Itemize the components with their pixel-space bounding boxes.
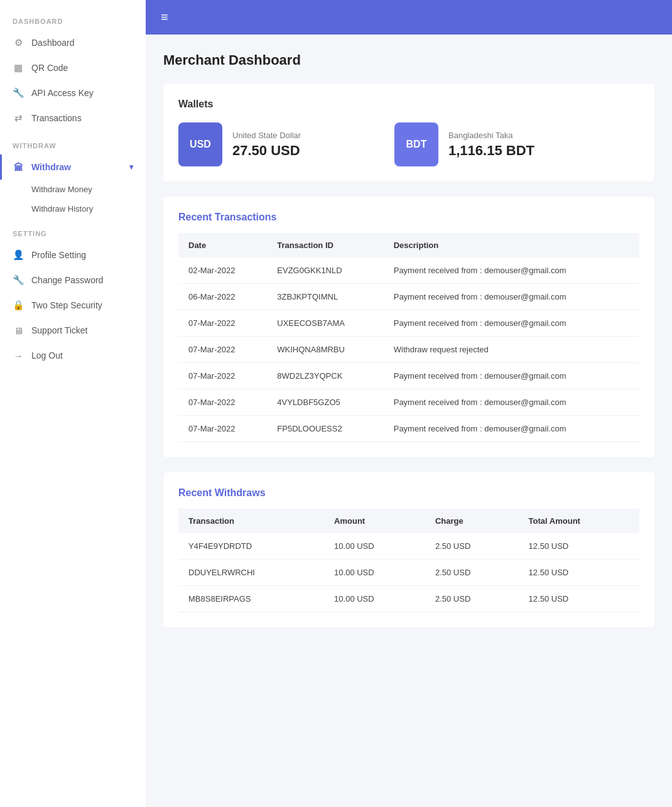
cell-transaction-id: 4VYLDBF5GZO5	[267, 389, 383, 416]
cell-amount: 10.00 USD	[324, 586, 425, 612]
table-row: 06-Mar-2022 3ZBJKPTQIMNL Payment receive…	[178, 284, 639, 310]
table-row: MB8S8EIRPAGS 10.00 USD 2.50 USD 12.50 US…	[178, 586, 639, 612]
table-row: 07-Mar-2022 8WD2LZ3YQPCK Payment receive…	[178, 363, 639, 389]
sidebar-item-withdraw-history[interactable]: Withdraw History	[0, 199, 146, 219]
cell-charge: 2.50 USD	[425, 560, 519, 586]
chevron-down-icon: ▾	[129, 163, 133, 171]
wallet-usd: USD United State Dollar 27.50 USD	[178, 122, 379, 166]
main-content: ≡ Merchant Dashboard Wallets USD United …	[146, 0, 672, 807]
profile-icon: 👤	[13, 249, 24, 261]
table-row: 07-Mar-2022 WKIHQNA8MRBU Withdraw reques…	[178, 337, 639, 363]
col-description: Description	[384, 233, 639, 257]
wallet-usd-label: United State Dollar	[232, 131, 301, 140]
table-row: 07-Mar-2022 UXEECOSB7AMA Payment receive…	[178, 310, 639, 337]
cell-transaction-id: FP5DLOOUESS2	[267, 416, 383, 442]
sidebar-item-support-ticket[interactable]: 🖥 Support Ticket	[0, 318, 146, 343]
wallet-bdt-amount: 1,116.15 BDT	[448, 143, 534, 159]
withdraws-table: Transaction Amount Charge Total Amount Y…	[178, 509, 639, 612]
cell-transaction-id: UXEECOSB7AMA	[267, 310, 383, 337]
logout-icon: →	[13, 350, 24, 361]
col-amount: Amount	[324, 509, 425, 533]
sidebar-item-label: Two Step Security	[31, 300, 102, 310]
cell-transaction-id: 8WD2LZ3YQPCK	[267, 363, 383, 389]
sidebar-item-profile-setting[interactable]: 👤 Profile Setting	[0, 242, 146, 268]
recent-withdraws-title: Recent Withdraws	[178, 487, 639, 499]
transactions-icon: ⇄	[13, 112, 24, 124]
cell-amount: 10.00 USD	[324, 533, 425, 560]
cell-description: Payment received from : demouser@gmail.c…	[384, 257, 639, 284]
recent-transactions-title: Recent Transactions	[178, 212, 639, 223]
wallets-row: USD United State Dollar 27.50 USD BDT Ba…	[178, 122, 639, 166]
table-row: DDUYELRWRCHI 10.00 USD 2.50 USD 12.50 US…	[178, 560, 639, 586]
api-key-icon: 🔧	[13, 87, 24, 99]
cell-date: 07-Mar-2022	[178, 389, 267, 416]
cell-transaction: MB8S8EIRPAGS	[178, 586, 324, 612]
sidebar: DASHBOARD ⚙ Dashboard ▦ QR Code 🔧 API Ac…	[0, 0, 146, 807]
support-icon: 🖥	[13, 325, 24, 336]
col-charge: Charge	[425, 509, 519, 533]
sidebar-item-label: Profile Setting	[31, 250, 86, 260]
sidebar-item-withdraw[interactable]: 🏛 Withdraw ▾	[0, 154, 146, 180]
cell-description: Payment received from : demouser@gmail.c…	[384, 310, 639, 337]
wallets-section: Wallets USD United State Dollar 27.50 US…	[163, 84, 654, 181]
sidebar-item-change-password[interactable]: 🔧 Change Password	[0, 268, 146, 293]
sidebar-item-qrcode[interactable]: ▦ QR Code	[0, 55, 146, 80]
table-row: 02-Mar-2022 EVZG0GKK1NLD Payment receive…	[178, 257, 639, 284]
col-total-amount: Total Amount	[519, 509, 639, 533]
transactions-table-header: Date Transaction ID Description	[178, 233, 639, 257]
sidebar-section-setting: SETTING	[0, 219, 146, 242]
cell-date: 07-Mar-2022	[178, 363, 267, 389]
wallet-usd-info: United State Dollar 27.50 USD	[232, 131, 301, 159]
hamburger-menu[interactable]: ≡	[161, 10, 168, 24]
sidebar-item-logout[interactable]: → Log Out	[0, 343, 146, 368]
sidebar-item-dashboard[interactable]: ⚙ Dashboard	[0, 30, 146, 55]
withdraws-table-header: Transaction Amount Charge Total Amount	[178, 509, 639, 533]
table-row: 07-Mar-2022 4VYLDBF5GZO5 Payment receive…	[178, 389, 639, 416]
sidebar-item-label: Transactions	[31, 113, 82, 123]
cell-description: Payment received from : demouser@gmail.c…	[384, 416, 639, 442]
sidebar-section-dashboard: DASHBOARD	[0, 6, 146, 30]
sidebar-item-withdraw-money[interactable]: Withdraw Money	[0, 180, 146, 199]
sidebar-sub-label: Withdraw Money	[31, 185, 92, 194]
cell-description: Payment received from : demouser@gmail.c…	[384, 389, 639, 416]
topbar: ≡	[146, 0, 672, 35]
cell-total: 12.50 USD	[519, 560, 639, 586]
sidebar-item-two-step-security[interactable]: 🔒 Two Step Security	[0, 293, 146, 318]
cell-amount: 10.00 USD	[324, 560, 425, 586]
col-transaction: Transaction	[178, 509, 324, 533]
wallets-title: Wallets	[178, 99, 639, 110]
sidebar-item-label: API Access Key	[31, 88, 94, 98]
page-title: Merchant Dashboard	[163, 52, 654, 68]
wallet-usd-badge: USD	[178, 122, 222, 166]
cell-transaction-id: EVZG0GKK1NLD	[267, 257, 383, 284]
cell-description: Payment received from : demouser@gmail.c…	[384, 363, 639, 389]
sidebar-item-transactions[interactable]: ⇄ Transactions	[0, 106, 146, 131]
cell-date: 02-Mar-2022	[178, 257, 267, 284]
sidebar-item-label: Dashboard	[31, 38, 75, 48]
security-icon: 🔒	[13, 300, 24, 311]
sidebar-section-withdraw: WITHDRAW	[0, 131, 146, 154]
table-row: 07-Mar-2022 FP5DLOOUESS2 Payment receive…	[178, 416, 639, 442]
wallet-bdt-label: Bangladeshi Taka	[448, 131, 534, 140]
wallet-usd-amount: 27.50 USD	[232, 143, 301, 159]
col-transaction-id: Transaction ID	[267, 233, 383, 257]
cell-transaction: DDUYELRWRCHI	[178, 560, 324, 586]
wallet-bdt-info: Bangladeshi Taka 1,116.15 BDT	[448, 131, 534, 159]
cell-description: Payment received from : demouser@gmail.c…	[384, 284, 639, 310]
cell-date: 06-Mar-2022	[178, 284, 267, 310]
sidebar-item-label: QR Code	[31, 63, 68, 73]
cell-date: 07-Mar-2022	[178, 416, 267, 442]
content-area: Merchant Dashboard Wallets USD United St…	[146, 35, 672, 807]
cell-date: 07-Mar-2022	[178, 337, 267, 363]
sidebar-item-api-key[interactable]: 🔧 API Access Key	[0, 80, 146, 106]
qrcode-icon: ▦	[13, 62, 24, 73]
transactions-table: Date Transaction ID Description 02-Mar-2…	[178, 233, 639, 442]
wallet-bdt: BDT Bangladeshi Taka 1,116.15 BDT	[394, 122, 595, 166]
cell-description: Withdraw request rejected	[384, 337, 639, 363]
password-icon: 🔧	[13, 274, 24, 286]
cell-total: 12.50 USD	[519, 586, 639, 612]
withdraw-icon: 🏛	[13, 161, 24, 173]
recent-withdraws-section: Recent Withdraws Transaction Amount Char…	[163, 472, 654, 627]
cell-charge: 2.50 USD	[425, 586, 519, 612]
sidebar-item-label: Change Password	[31, 275, 103, 285]
